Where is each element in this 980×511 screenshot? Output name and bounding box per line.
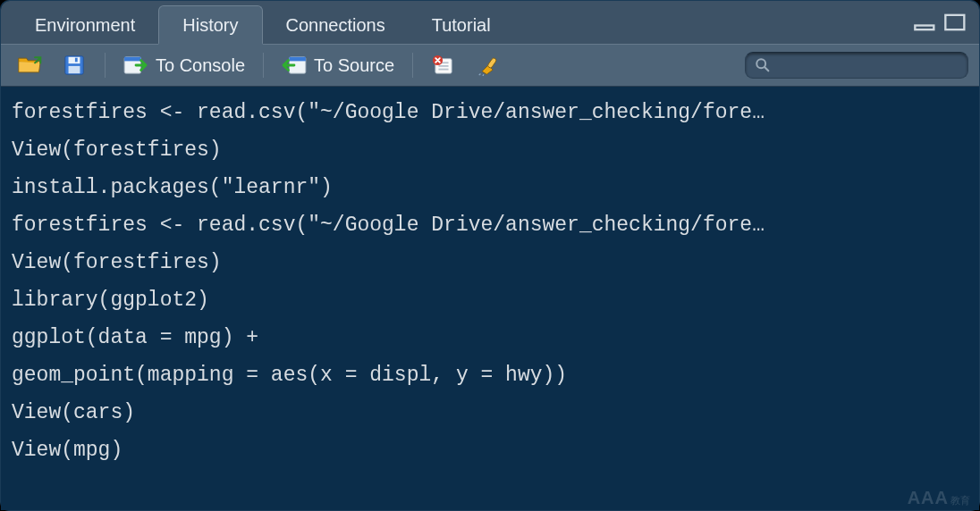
separator — [105, 53, 106, 78]
tab-tutorial[interactable]: Tutorial — [409, 6, 514, 45]
history-line[interactable]: geom_point(mapping = aes(x = displ, y = … — [12, 356, 968, 394]
tab-bar: Environment History Connections Tutorial — [1, 1, 979, 44]
svg-line-19 — [765, 67, 768, 71]
separator — [263, 53, 264, 78]
history-line[interactable]: View(forestfires) — [12, 244, 968, 281]
save-history-button[interactable] — [56, 51, 92, 80]
svg-rect-1 — [945, 15, 964, 29]
history-line[interactable]: install.packages("learnr") — [12, 169, 968, 206]
to-source-button[interactable]: To Source — [276, 51, 400, 80]
to-console-label: To Console — [156, 55, 245, 76]
svg-rect-7 — [124, 57, 140, 62]
svg-line-17 — [483, 74, 484, 76]
search-icon — [755, 57, 771, 73]
svg-rect-9 — [290, 57, 306, 62]
history-panel: Environment History Connections Tutorial — [0, 0, 980, 511]
svg-line-16 — [479, 73, 481, 75]
toolbar: To Console To Source — [1, 44, 979, 87]
history-line[interactable]: View(forestfires) — [12, 131, 968, 169]
maximize-pane-icon[interactable] — [943, 12, 968, 37]
history-line[interactable]: forestfires <- read.csv("~/Google Drive/… — [12, 94, 968, 131]
history-line[interactable]: forestfires <- read.csv("~/Google Drive/… — [12, 206, 968, 244]
svg-rect-3 — [69, 57, 80, 63]
separator — [412, 53, 413, 78]
to-source-label: To Source — [314, 55, 394, 76]
clear-history-button[interactable] — [470, 51, 506, 80]
svg-rect-15 — [487, 57, 497, 69]
history-line[interactable]: View(cars) — [12, 394, 968, 431]
tab-environment[interactable]: Environment — [12, 6, 158, 45]
history-content[interactable]: forestfires <- read.csv("~/Google Drive/… — [1, 87, 979, 510]
svg-rect-5 — [75, 58, 78, 63]
load-history-button[interactable] — [12, 51, 47, 80]
to-console-button[interactable]: To Console — [118, 51, 250, 80]
remove-entries-button[interactable] — [426, 51, 461, 80]
history-line[interactable]: View(mpg) — [12, 431, 968, 469]
svg-rect-0 — [915, 26, 934, 30]
tab-connections[interactable]: Connections — [263, 6, 409, 45]
history-line[interactable]: library(ggplot2) — [12, 281, 968, 319]
watermark: AAA教育 — [908, 488, 970, 508]
history-line[interactable]: ggplot(data = mpg) + — [12, 319, 968, 356]
minimize-pane-icon[interactable] — [913, 15, 938, 33]
svg-rect-4 — [69, 66, 80, 73]
tab-history[interactable]: History — [158, 5, 262, 45]
search-input[interactable] — [745, 52, 968, 79]
